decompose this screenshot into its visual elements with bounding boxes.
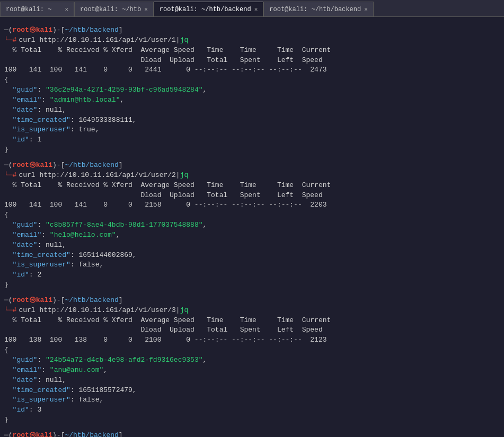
cmd-curl-2: curl http://10.10.11.161/api/v1/user/2 bbox=[19, 171, 175, 181]
command-line-1: └─# curl http://10.10.11.161/api/v1/user… bbox=[4, 35, 500, 46]
tab-2-label: root@kali: ~/htb bbox=[80, 6, 141, 13]
json-super-2: "is_superuser": false, bbox=[4, 260, 500, 270]
prompt-bracket-left-3: ─( bbox=[4, 296, 13, 306]
json-guid-3: "guid": "24b54a72-d4cb-4e98-afd2-fd9316e… bbox=[4, 355, 500, 365]
json-date-1: "date": null, bbox=[4, 105, 500, 115]
prompt-path-3: ~/htb/backend bbox=[65, 296, 118, 306]
cmd-pipe-3: | bbox=[176, 306, 180, 316]
tab-3[interactable]: root@kali: ~/htb/backend ✕ bbox=[154, 2, 263, 16]
json-close-2: } bbox=[4, 280, 500, 290]
tab-1-label: root@kali: ~ bbox=[6, 6, 51, 13]
tab-4-label: root@kali: ~/htb/backend bbox=[269, 6, 361, 13]
prompt-line-2: ─(root㉿kali)-[~/htb/backend] bbox=[4, 160, 500, 171]
prompt-bracket-left-2: ─( bbox=[4, 160, 13, 171]
prompt-hash-1: └─# bbox=[4, 35, 16, 46]
cmd-jq-1: jq bbox=[180, 35, 189, 46]
tab-2[interactable]: root@kali: ~/htb ✕ bbox=[74, 2, 154, 16]
json-super-1: "is_superuser": true, bbox=[4, 125, 500, 135]
cmd-pipe-2: | bbox=[176, 171, 180, 181]
json-id-3: "id": 3 bbox=[4, 405, 500, 415]
prompt-user-3: root㉿kali bbox=[13, 296, 52, 306]
tab-3-label: root@kali: ~/htb/backend bbox=[160, 6, 251, 13]
json-close-3: } bbox=[4, 415, 500, 425]
curl-stats-1: % Total % Received % Xferd Average Speed… bbox=[4, 46, 500, 76]
prompt-bracket-left-1: ─( bbox=[4, 25, 13, 35]
curl-stats-3: % Total % Received % Xferd Average Speed… bbox=[4, 316, 500, 346]
command-line-3: └─# curl http://10.10.11.161/api/v1/user… bbox=[4, 306, 500, 316]
json-id-1: "id": 1 bbox=[4, 135, 500, 145]
prompt-bracket-left-final: ─( bbox=[4, 431, 13, 437]
prompt-path-right-2: ] bbox=[119, 160, 123, 171]
cmd-pipe-1: | bbox=[176, 35, 180, 46]
prompt-path-1: ~/htb/backend bbox=[65, 25, 118, 35]
curl-stats-2: % Total % Received % Xferd Average Speed… bbox=[4, 181, 500, 211]
json-open-3: { bbox=[4, 345, 500, 355]
terminal: ─(root㉿kali)-[~/htb/backend] └─# curl ht… bbox=[0, 17, 504, 437]
json-close-1: } bbox=[4, 145, 500, 155]
prompt-sep-final: )-[ bbox=[52, 431, 65, 437]
prompt-user-1: root㉿kali bbox=[13, 25, 52, 35]
json-date-3: "date": null, bbox=[4, 376, 500, 386]
tab-3-close[interactable]: ✕ bbox=[254, 6, 258, 13]
tab-1[interactable]: root@kali: ~ ✕ bbox=[0, 2, 74, 16]
prompt-path-right-1: ] bbox=[119, 25, 123, 35]
tab-4[interactable]: root@kali: ~/htb/backend ✕ bbox=[263, 2, 373, 16]
prompt-user-final: root㉿kali bbox=[13, 431, 52, 437]
prompt-path-right-3: ] bbox=[119, 296, 123, 306]
cmd-curl-1: curl http://10.10.11.161/api/v1/user/1 bbox=[19, 35, 175, 46]
json-id-2: "id": 2 bbox=[4, 270, 500, 280]
json-time-3: "time_created": 1651185572479, bbox=[4, 386, 500, 396]
json-time-1: "time_created": 1649533388111, bbox=[4, 115, 500, 126]
json-guid-2: "guid": "c8b857f7-8ae4-4bdb-98d1-1770375… bbox=[4, 220, 500, 230]
command-line-2: └─# curl http://10.10.11.161/api/v1/user… bbox=[4, 171, 500, 181]
tab-4-close[interactable]: ✕ bbox=[364, 6, 368, 13]
cmd-jq-2: jq bbox=[180, 171, 189, 181]
prompt-path-final: ~/htb/backend bbox=[65, 431, 118, 437]
json-open-2: { bbox=[4, 210, 500, 220]
cmd-jq-3: jq bbox=[180, 306, 189, 316]
json-guid-1: "guid": "36c2e94a-4271-4259-93bf-c96ad59… bbox=[4, 85, 500, 95]
tab-2-close[interactable]: ✕ bbox=[144, 6, 148, 13]
json-time-2: "time_created": 1651144002869, bbox=[4, 251, 500, 261]
prompt-sep-3: )-[ bbox=[52, 296, 65, 306]
prompt-sep-2: )-[ bbox=[52, 160, 65, 171]
json-email-1: "email": "admin@htb.local", bbox=[4, 95, 500, 105]
prompt-sep-1: )-[ bbox=[52, 25, 65, 35]
cmd-curl-3: curl http://10.10.11.161/api/v1/user/3 bbox=[19, 306, 175, 316]
json-date-2: "date": null, bbox=[4, 240, 500, 251]
prompt-user-2: root㉿kali bbox=[13, 160, 52, 171]
prompt-line-3: ─(root㉿kali)-[~/htb/backend] bbox=[4, 296, 500, 306]
prompt-path-right-final: ] bbox=[119, 431, 123, 437]
json-super-3: "is_superuser": false, bbox=[4, 395, 500, 405]
prompt-hash-2: └─# bbox=[4, 171, 16, 181]
json-open-1: { bbox=[4, 75, 500, 85]
prompt-hash-3: └─# bbox=[4, 306, 16, 316]
tab-1-close[interactable]: ✕ bbox=[65, 6, 68, 13]
tab-bar: root@kali: ~ ✕ root@kali: ~/htb ✕ root@k… bbox=[0, 0, 504, 17]
json-email-2: "email": "helo@hello.com", bbox=[4, 230, 500, 240]
json-email-3: "email": "anu@anu.com", bbox=[4, 365, 500, 376]
prompt-line-final: ─(root㉿kali)-[~/htb/backend] bbox=[4, 431, 500, 437]
prompt-line-1: ─(root㉿kali)-[~/htb/backend] bbox=[4, 25, 500, 35]
prompt-path-2: ~/htb/backend bbox=[65, 160, 118, 171]
